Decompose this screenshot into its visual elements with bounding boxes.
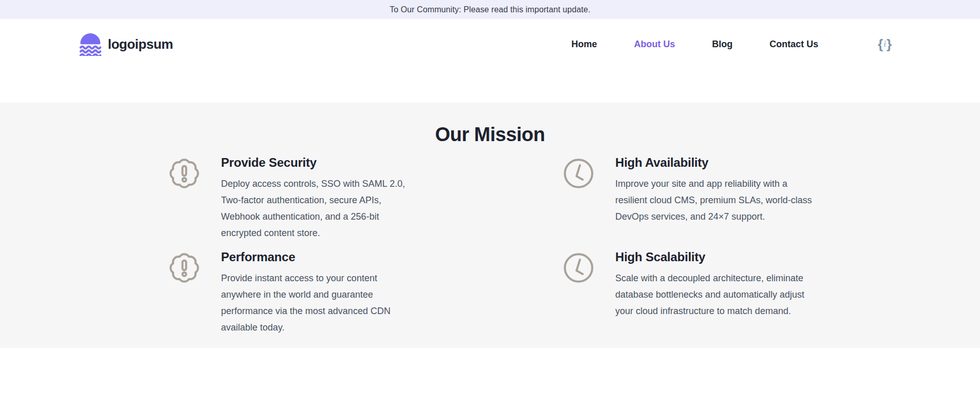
features-grid: Provide Security Deploy access controls,… bbox=[168, 155, 813, 336]
clock-icon bbox=[562, 251, 595, 284]
badge-alert-icon bbox=[168, 251, 201, 284]
feature-title: Provide Security bbox=[221, 155, 418, 170]
nav-item-contact-us[interactable]: Contact Us bbox=[770, 39, 818, 50]
feature-title: Performance bbox=[221, 249, 418, 265]
feature-description: Deploy access controls, SSO with SAML 2.… bbox=[221, 176, 418, 241]
feature-title: High Availability bbox=[616, 155, 813, 170]
main-nav: HomeAbout UsBlogContact Us {i} bbox=[571, 37, 892, 51]
feature-title: High Scalability bbox=[616, 249, 813, 265]
announcement-banner[interactable]: To Our Community: Please read this impor… bbox=[0, 0, 980, 19]
logo-mark-icon bbox=[78, 32, 103, 56]
feature-item: High Availability Improve your site and … bbox=[562, 155, 813, 241]
feature-item: Performance Provide instant access to yo… bbox=[168, 249, 418, 336]
nav-item-home[interactable]: Home bbox=[571, 39, 597, 50]
badge-alert-icon bbox=[168, 157, 201, 190]
feature-item: High Scalability Scale with a decoupled … bbox=[562, 249, 813, 336]
feature-description: Provide instant access to your content a… bbox=[221, 270, 418, 336]
feature-item: Provide Security Deploy access controls,… bbox=[168, 155, 418, 241]
logo[interactable]: logoipsum bbox=[78, 32, 173, 56]
clock-icon bbox=[562, 157, 595, 190]
nav-item-about-us[interactable]: About Us bbox=[634, 39, 675, 50]
feature-description: Scale with a decoupled architecture, eli… bbox=[616, 270, 813, 319]
code-braces-icon[interactable]: {i} bbox=[878, 37, 892, 51]
logo-text: logoipsum bbox=[108, 36, 173, 52]
feature-description: Improve your site and app reliability wi… bbox=[616, 176, 813, 225]
banner-text: To Our Community: Please read this impor… bbox=[390, 5, 590, 14]
site-header: logoipsum HomeAbout UsBlogContact Us {i} bbox=[0, 19, 980, 103]
section-title: Our Mission bbox=[0, 122, 980, 147]
mission-section: Our Mission Provide Security Deploy acce… bbox=[0, 103, 980, 348]
nav-item-blog[interactable]: Blog bbox=[712, 39, 733, 50]
